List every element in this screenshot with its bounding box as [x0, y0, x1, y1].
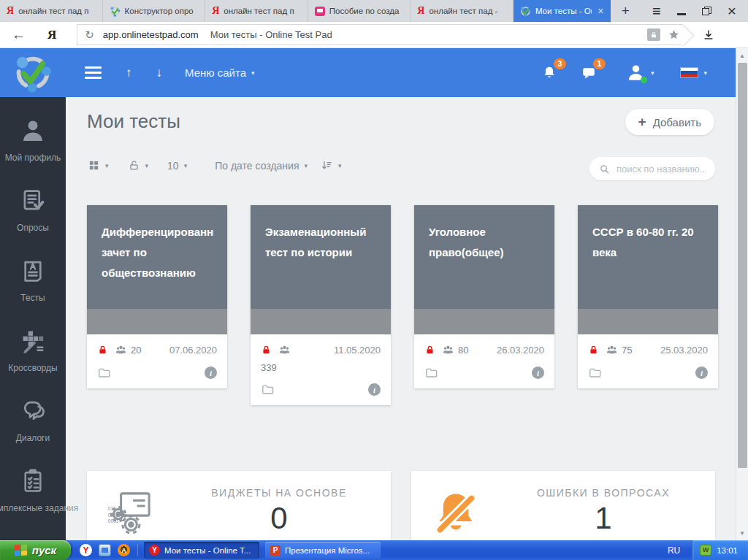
notifications-bell-icon[interactable]: 3	[541, 65, 557, 81]
sort-by-dropdown[interactable]: По дате создания	[215, 160, 308, 172]
language-indicator[interactable]: RU	[668, 545, 680, 556]
profile-avatar-icon[interactable]	[626, 63, 646, 83]
tab-label: Конструктор опро	[125, 7, 199, 15]
download-icon[interactable]	[702, 28, 715, 42]
presentation-favicon	[315, 7, 325, 16]
language-flag-ru[interactable]	[680, 67, 698, 78]
explorer-quicklaunch-icon[interactable]	[99, 544, 111, 556]
taskbar-task-browser[interactable]: Мои тесты - Online T...	[144, 542, 259, 559]
messages-badge: 1	[593, 58, 606, 69]
tab-moi-testy-active[interactable]: Мои тесты - Оn ×	[514, 0, 611, 22]
sort-direction-dropdown[interactable]	[321, 159, 342, 172]
bookmark-star-icon[interactable]	[668, 28, 680, 41]
clipboard-icon	[19, 467, 47, 495]
test-doc-icon	[19, 257, 47, 285]
folder-icon[interactable]	[97, 366, 111, 380]
tab-online-test-pad-3[interactable]: Я онлайн тест пад -	[411, 0, 514, 22]
search-input[interactable]	[617, 164, 706, 174]
test-card[interactable]: Дифференцированный зачет по обществознан…	[87, 205, 227, 388]
profile-chevron-icon[interactable]	[651, 69, 654, 77]
arrow-up-icon[interactable]	[126, 66, 132, 80]
folder-icon[interactable]	[424, 366, 438, 380]
search-box[interactable]	[589, 157, 715, 180]
page-scrollbar[interactable]	[736, 48, 748, 540]
folder-icon[interactable]	[261, 383, 275, 396]
minimize-icon[interactable]	[677, 13, 686, 15]
access-filter-dropdown[interactable]	[128, 159, 149, 172]
page-size-dropdown[interactable]: 10	[167, 160, 187, 172]
sidebar-item-surveys[interactable]: Опросы	[0, 174, 66, 245]
site-menu-dropdown[interactable]: Меню сайта	[185, 66, 246, 79]
lock-icon	[424, 345, 435, 356]
tab-constructor[interactable]: Конструктор опро	[103, 0, 206, 22]
view-mode-dropdown[interactable]	[88, 159, 109, 172]
arrow-down-icon[interactable]	[156, 66, 163, 80]
test-card[interactable]: Экзаменационный тест по истории 339 11.0…	[251, 205, 391, 405]
site-header: Меню сайта 3 1	[0, 48, 748, 97]
tab-online-test-pad-1[interactable]: Я онлайн тест пад п	[0, 0, 103, 22]
sidebar-item-profile[interactable]: Мой профиль	[0, 104, 66, 174]
sidebar-item-tests[interactable]: Тесты	[0, 245, 66, 315]
quick-launch	[80, 544, 138, 556]
created-date: 11.05.2020	[334, 345, 381, 356]
test-card-footer: 80 26.03.2020	[414, 334, 554, 388]
tab-close-icon[interactable]: ×	[596, 5, 603, 17]
test-card-cover[interactable]: СССР в 60-80 гг. 20 века	[578, 205, 718, 309]
url-host[interactable]: app.onlinetestpad.com	[103, 29, 199, 40]
messages-chat-icon[interactable]: 1	[581, 65, 597, 81]
close-icon[interactable]	[728, 2, 736, 20]
sidebar-item-dialogs[interactable]: Диалоги	[0, 385, 66, 455]
yandex-browser-quicklaunch-icon[interactable]	[80, 544, 92, 556]
test-card-cover[interactable]: Уголовное право(общее)	[414, 205, 554, 309]
folder-icon[interactable]	[588, 366, 602, 380]
scrollbar-thumb[interactable]	[738, 63, 747, 468]
browser-menu-icon[interactable]	[652, 3, 661, 20]
protect-shield-icon[interactable]	[647, 28, 660, 41]
start-button[interactable]: пуск	[0, 540, 71, 560]
sidebar-item-crosswords[interactable]: Кроссворды	[0, 315, 66, 385]
test-card[interactable]: Уголовное право(общее) 80 26.03.2020	[414, 205, 554, 388]
back-icon[interactable]	[12, 27, 26, 43]
info-icon[interactable]	[368, 383, 381, 396]
filters-toolbar: 10 По дате создания	[88, 159, 342, 172]
player-quicklaunch-icon[interactable]	[118, 544, 130, 556]
url-box[interactable]: app.onlinetestpad.com Мои тесты - Online…	[77, 24, 683, 45]
yandex-logo[interactable]: Я	[47, 28, 56, 42]
tab-label: онлайн тест пад -	[429, 7, 505, 15]
members-icon	[278, 344, 291, 356]
test-card-cover[interactable]: Дифференцированный зачет по обществознан…	[87, 205, 227, 309]
info-icon[interactable]	[695, 367, 708, 379]
reload-icon[interactable]	[85, 28, 94, 42]
restore-icon[interactable]	[702, 7, 711, 15]
tab-posobie[interactable]: Пособие по созда	[308, 0, 411, 22]
new-tab-button[interactable]	[611, 0, 641, 22]
test-card-strip	[251, 309, 391, 334]
add-test-button[interactable]: Добавить	[625, 109, 714, 135]
otp-favicon	[110, 6, 121, 17]
test-card[interactable]: СССР в 60-80 гг. 20 века 75 25.03.2020	[578, 205, 718, 388]
language-chevron-icon[interactable]	[703, 69, 707, 77]
info-icon[interactable]	[532, 367, 544, 379]
tab-online-test-pad-2[interactable]: Я онлайн тест пад п	[205, 0, 308, 22]
test-card-cover[interactable]: Экзаменационный тест по истории	[251, 205, 391, 309]
lock-icon	[261, 345, 272, 356]
lock-icon	[588, 345, 599, 356]
svg-text:0110: 0110	[108, 513, 119, 518]
chevron-down-icon	[184, 162, 188, 169]
taskbar-task-powerpoint[interactable]: Презентация Micros...	[265, 542, 381, 559]
antivirus-tray-icon[interactable]	[700, 545, 711, 556]
test-title: Дифференцированный зачет по обществознан…	[102, 222, 214, 283]
browser-tab-bar: Я онлайн тест пад п Конструктор опро Я о…	[0, 0, 748, 22]
onlinetestpad-logo[interactable]	[0, 48, 66, 97]
tab-label: онлайн тест пад п	[18, 7, 95, 15]
scroll-up-icon[interactable]	[736, 50, 748, 61]
info-icon[interactable]	[205, 367, 217, 379]
main-content: Мои тесты Добавить 10 П	[66, 97, 748, 540]
test-title: Уголовное право(общее)	[429, 222, 541, 263]
sidebar-item-complex-tasks[interactable]: Комплексные задания	[0, 455, 66, 525]
yandex-task-icon	[149, 545, 160, 556]
svg-text:0001: 0001	[108, 518, 119, 523]
survey-icon	[19, 187, 47, 215]
scroll-down-icon[interactable]	[736, 527, 748, 539]
hamburger-menu-icon[interactable]	[85, 66, 102, 79]
